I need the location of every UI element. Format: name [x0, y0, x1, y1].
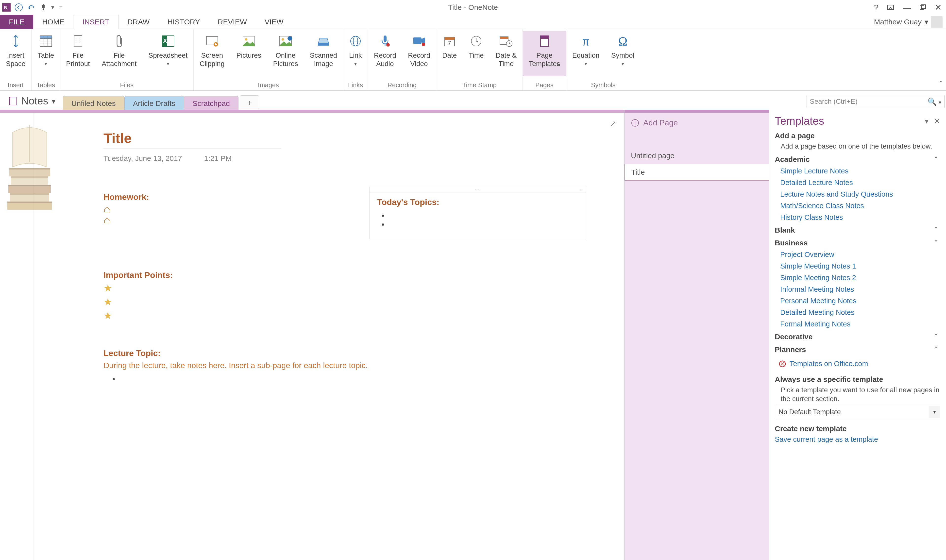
chevron-up-icon: ˄ [934, 156, 938, 163]
template-link[interactable]: Detailed Lecture Notes [775, 178, 940, 187]
pictures-button[interactable]: Pictures [230, 31, 267, 60]
page-templates-icon [539, 32, 550, 50]
template-link[interactable]: Personal Meeting Notes [775, 297, 940, 305]
file-attachment-button[interactable]: File Attachment [96, 31, 143, 68]
fullscreen-icon[interactable]: ⤢ [609, 119, 616, 129]
help-icon[interactable]: ? [874, 3, 878, 12]
category-planners[interactable]: Planners˅ [775, 345, 940, 354]
link-button[interactable]: Link ▾ [343, 31, 368, 68]
template-link[interactable]: Simple Lecture Notes [775, 167, 940, 175]
category-decorative[interactable]: Decorative˅ [775, 332, 940, 341]
group-images-label: Images [194, 81, 343, 91]
template-link[interactable]: Project Overview [775, 251, 940, 259]
chevron-down-icon: ▾ [585, 60, 587, 68]
topics-container[interactable]: ↔ Today's Topics: [369, 187, 586, 239]
section-tab-unfiled[interactable]: Unfiled Notes [63, 96, 125, 110]
page-list-item[interactable]: Title [625, 164, 769, 181]
template-link[interactable]: Informal Meeting Notes [775, 285, 940, 294]
page-list-item[interactable]: Untitled page [625, 148, 769, 164]
online-pictures-button[interactable]: Online Pictures [267, 31, 304, 68]
record-audio-button[interactable]: Record Audio [368, 31, 402, 68]
ribbon-insert: Insert Space Insert Table ▾ Tables File … [0, 29, 946, 91]
search-input[interactable]: Search (Ctrl+E) 🔍 ▾ [806, 95, 944, 108]
link-icon [349, 32, 361, 50]
file-printout-icon [73, 32, 83, 50]
touch-mode-icon[interactable] [39, 3, 48, 12]
lecture-description[interactable]: During the lecture, take notes here. Ins… [103, 361, 624, 370]
bullet-item[interactable] [388, 211, 579, 220]
template-link[interactable]: History Class Notes [775, 213, 940, 222]
always-desc: Pick a template you want to use for all … [775, 386, 940, 403]
svg-rect-59 [8, 185, 51, 186]
date-time-button[interactable]: Date & Time [490, 31, 523, 68]
container-drag-handle[interactable]: ↔ [370, 187, 586, 192]
tab-draw[interactable]: DRAW [118, 15, 158, 29]
table-button[interactable]: Table ▾ [32, 31, 60, 68]
collapse-ribbon-icon[interactable]: ˆ [940, 80, 942, 88]
section-tab-scratchpad[interactable]: Scratchpad [184, 96, 239, 110]
section-tab-drafts[interactable]: Article Drafts [125, 96, 184, 110]
svg-rect-6 [921, 5, 926, 9]
close-icon[interactable]: ✕ [935, 3, 941, 12]
add-page-button[interactable]: Add Page [625, 113, 769, 133]
online-pictures-icon [279, 32, 292, 50]
ribbon-display-icon[interactable] [887, 4, 894, 11]
minimize-icon[interactable]: — [903, 3, 911, 12]
svg-rect-57 [10, 193, 49, 195]
clock-icon [470, 32, 482, 50]
pages-strip [625, 110, 769, 113]
tab-review[interactable]: REVIEW [209, 15, 256, 29]
insert-space-button[interactable]: Insert Space [0, 31, 31, 68]
default-template-select[interactable]: No Default Template ▾ [775, 406, 940, 418]
equation-button[interactable]: π Equation ▾ [566, 31, 606, 68]
topics-heading: Today's Topics: [377, 197, 579, 207]
template-link[interactable]: Math/Science Class Notes [775, 202, 940, 210]
category-business[interactable]: Business˄ [775, 239, 940, 247]
bullet-item[interactable]: • [112, 374, 624, 384]
spreadsheet-button[interactable]: X Spreadsheet ▾ [142, 31, 193, 68]
close-icon[interactable]: ✕ [934, 117, 940, 125]
page-templates-button[interactable]: Page Templates ▾ [523, 31, 566, 76]
chevron-down-icon: ▾ [621, 60, 624, 68]
bullet-item[interactable] [388, 220, 579, 229]
page-title[interactable]: Title [103, 130, 624, 146]
add-section-button[interactable]: + [240, 95, 259, 110]
screen-clipping-button[interactable]: Screen Clipping [194, 31, 230, 68]
tab-history[interactable]: HISTORY [158, 15, 209, 29]
file-printout-button[interactable]: File Printout [60, 31, 96, 68]
note-canvas[interactable]: ⤢ Title Tu [0, 110, 624, 560]
template-link[interactable]: Lecture Notes and Study Questions [775, 190, 940, 198]
undo-icon[interactable] [27, 3, 35, 12]
time-button[interactable]: Time [463, 31, 489, 60]
task-pane-options-icon[interactable]: ▾ [925, 117, 929, 125]
category-academic[interactable]: Academic˄ [775, 155, 940, 164]
template-link[interactable]: Simple Meeting Notes 1 [775, 262, 940, 270]
category-blank[interactable]: Blank˅ [775, 226, 940, 234]
scanned-image-button[interactable]: Scanned Image [304, 31, 343, 68]
svg-text:7: 7 [448, 40, 451, 46]
tab-file[interactable]: FILE [0, 15, 33, 29]
tab-view[interactable]: VIEW [256, 15, 292, 29]
search-placeholder: Search (Ctrl+E) [810, 98, 858, 105]
chevron-down-icon: ˅ [934, 346, 938, 354]
office-templates-link[interactable]: Templates on Office.com [775, 360, 940, 368]
template-link[interactable]: Simple Meeting Notes 2 [775, 274, 940, 282]
template-link[interactable]: Formal Meeting Notes [775, 320, 940, 328]
date-button[interactable]: 7 Date [436, 31, 463, 60]
star-tag-icon[interactable]: ★ [103, 282, 624, 294]
qat-customize-icon[interactable]: ▾ [51, 4, 54, 11]
record-video-button[interactable]: Record Video [402, 31, 436, 68]
star-tag-icon[interactable]: ★ [103, 296, 624, 308]
symbol-button[interactable]: Ω Symbol ▾ [605, 31, 640, 68]
tab-home[interactable]: HOME [33, 15, 73, 29]
group-tables-label: Tables [32, 81, 60, 91]
maximize-icon[interactable] [919, 4, 926, 11]
star-tag-icon[interactable]: ★ [103, 310, 624, 321]
user-account[interactable]: Matthew Guay ▾ [874, 15, 946, 29]
save-template-link[interactable]: Save current page as a template [775, 435, 940, 443]
back-icon[interactable] [14, 3, 23, 12]
tab-insert[interactable]: INSERT [73, 15, 118, 29]
template-link[interactable]: Detailed Meeting Notes [775, 308, 940, 317]
always-heading: Always use a specific template [775, 375, 940, 384]
notebook-picker[interactable]: Notes ▾ [0, 95, 63, 110]
